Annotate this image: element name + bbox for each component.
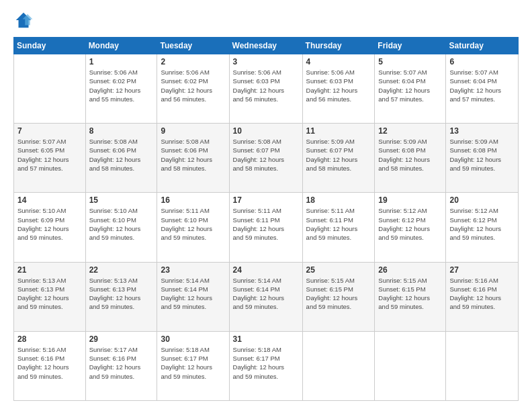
day-number: 18: [306, 195, 371, 205]
day-number: 19: [378, 195, 442, 205]
day-number: 12: [378, 126, 442, 136]
day-info: Sunrise: 5:07 AM Sunset: 6:04 PM Dayligh…: [449, 68, 515, 103]
calendar-cell: 27Sunrise: 5:16 AM Sunset: 6:16 PM Dayli…: [446, 262, 519, 331]
calendar-cell: 25Sunrise: 5:15 AM Sunset: 6:15 PM Dayli…: [302, 262, 375, 331]
day-info: Sunrise: 5:18 AM Sunset: 6:17 PM Dayligh…: [161, 345, 225, 381]
calendar-cell: 18Sunrise: 5:11 AM Sunset: 6:11 PM Dayli…: [302, 193, 375, 262]
calendar-week-row: 28Sunrise: 5:16 AM Sunset: 6:16 PM Dayli…: [14, 331, 519, 400]
day-number: 20: [449, 195, 515, 205]
day-number: 22: [89, 265, 154, 275]
calendar-week-row: 14Sunrise: 5:10 AM Sunset: 6:09 PM Dayli…: [14, 193, 519, 262]
day-info: Sunrise: 5:06 AM Sunset: 6:02 PM Dayligh…: [161, 68, 225, 103]
calendar-cell: 24Sunrise: 5:14 AM Sunset: 6:14 PM Dayli…: [229, 262, 302, 331]
calendar-cell: 20Sunrise: 5:12 AM Sunset: 6:12 PM Dayli…: [446, 193, 519, 262]
calendar-cell: 31Sunrise: 5:18 AM Sunset: 6:17 PM Dayli…: [229, 331, 302, 400]
day-info: Sunrise: 5:11 AM Sunset: 6:10 PM Dayligh…: [161, 206, 225, 242]
day-info: Sunrise: 5:13 AM Sunset: 6:13 PM Dayligh…: [17, 276, 82, 312]
calendar-cell: 28Sunrise: 5:16 AM Sunset: 6:16 PM Dayli…: [14, 331, 86, 400]
day-number: 7: [17, 126, 82, 136]
calendar-cell: 3Sunrise: 5:06 AM Sunset: 6:03 PM Daylig…: [229, 54, 302, 124]
day-number: 14: [17, 195, 82, 205]
calendar-cell: 19Sunrise: 5:12 AM Sunset: 6:12 PM Dayli…: [375, 193, 446, 262]
day-number: 28: [17, 334, 82, 344]
calendar-cell: 22Sunrise: 5:13 AM Sunset: 6:13 PM Dayli…: [85, 262, 157, 331]
calendar-cell: 17Sunrise: 5:11 AM Sunset: 6:11 PM Dayli…: [229, 193, 302, 262]
weekday-header-wednesday: Wednesday: [229, 38, 302, 54]
calendar-cell: 8Sunrise: 5:08 AM Sunset: 6:06 PM Daylig…: [85, 124, 157, 193]
calendar-table: SundayMondayTuesdayWednesdayThursdayFrid…: [13, 37, 519, 401]
day-number: 5: [378, 57, 442, 66]
calendar-cell: 13Sunrise: 5:09 AM Sunset: 6:08 PM Dayli…: [446, 124, 519, 193]
day-info: Sunrise: 5:06 AM Sunset: 6:03 PM Dayligh…: [306, 68, 371, 103]
calendar-week-row: 21Sunrise: 5:13 AM Sunset: 6:13 PM Dayli…: [14, 262, 519, 331]
calendar-cell: 11Sunrise: 5:09 AM Sunset: 6:07 PM Dayli…: [302, 124, 375, 193]
day-number: 24: [233, 265, 299, 275]
day-info: Sunrise: 5:08 AM Sunset: 6:06 PM Dayligh…: [161, 137, 225, 173]
day-info: Sunrise: 5:16 AM Sunset: 6:16 PM Dayligh…: [17, 345, 82, 381]
day-info: Sunrise: 5:14 AM Sunset: 6:14 PM Dayligh…: [161, 276, 225, 312]
day-info: Sunrise: 5:12 AM Sunset: 6:12 PM Dayligh…: [449, 206, 515, 242]
calendar-cell: 1Sunrise: 5:06 AM Sunset: 6:02 PM Daylig…: [85, 54, 157, 124]
day-number: 30: [161, 334, 225, 344]
day-info: Sunrise: 5:15 AM Sunset: 6:15 PM Dayligh…: [306, 276, 371, 312]
weekday-header-sunday: Sunday: [14, 38, 86, 54]
day-info: Sunrise: 5:08 AM Sunset: 6:06 PM Dayligh…: [89, 137, 154, 173]
day-number: 17: [233, 195, 299, 205]
day-number: 10: [233, 126, 299, 136]
calendar-cell: [14, 54, 86, 124]
day-info: Sunrise: 5:07 AM Sunset: 6:05 PM Dayligh…: [17, 137, 82, 173]
day-number: 8: [89, 126, 154, 136]
day-info: Sunrise: 5:18 AM Sunset: 6:17 PM Dayligh…: [233, 345, 299, 381]
day-info: Sunrise: 5:16 AM Sunset: 6:16 PM Dayligh…: [449, 276, 515, 312]
day-info: Sunrise: 5:17 AM Sunset: 6:16 PM Dayligh…: [89, 345, 154, 381]
day-number: 2: [161, 57, 225, 66]
calendar-cell: 12Sunrise: 5:09 AM Sunset: 6:08 PM Dayli…: [375, 124, 446, 193]
weekday-header-monday: Monday: [85, 38, 157, 54]
calendar-cell: 16Sunrise: 5:11 AM Sunset: 6:10 PM Dayli…: [157, 193, 229, 262]
day-info: Sunrise: 5:06 AM Sunset: 6:03 PM Dayligh…: [233, 68, 299, 103]
day-info: Sunrise: 5:10 AM Sunset: 6:10 PM Dayligh…: [89, 206, 154, 242]
day-info: Sunrise: 5:10 AM Sunset: 6:09 PM Dayligh…: [17, 206, 82, 242]
weekday-header-tuesday: Tuesday: [157, 38, 229, 54]
calendar-cell: [302, 331, 375, 400]
calendar-cell: 21Sunrise: 5:13 AM Sunset: 6:13 PM Dayli…: [14, 262, 86, 331]
day-info: Sunrise: 5:15 AM Sunset: 6:15 PM Dayligh…: [378, 276, 442, 312]
calendar-cell: 29Sunrise: 5:17 AM Sunset: 6:16 PM Dayli…: [85, 331, 157, 400]
day-number: 1: [89, 57, 154, 66]
calendar-cell: 15Sunrise: 5:10 AM Sunset: 6:10 PM Dayli…: [85, 193, 157, 262]
header: [13, 10, 519, 30]
logo: [13, 10, 36, 30]
day-number: 3: [233, 57, 299, 66]
weekday-header-row: SundayMondayTuesdayWednesdayThursdayFrid…: [14, 38, 519, 54]
weekday-header-saturday: Saturday: [446, 38, 519, 54]
day-number: 23: [161, 265, 225, 275]
day-info: Sunrise: 5:09 AM Sunset: 6:08 PM Dayligh…: [378, 137, 442, 173]
day-number: 16: [161, 195, 225, 205]
day-number: 4: [306, 57, 371, 66]
day-info: Sunrise: 5:09 AM Sunset: 6:07 PM Dayligh…: [306, 137, 371, 173]
page: SundayMondayTuesdayWednesdayThursdayFrid…: [0, 0, 532, 411]
day-info: Sunrise: 5:13 AM Sunset: 6:13 PM Dayligh…: [89, 276, 154, 312]
weekday-header-thursday: Thursday: [302, 38, 375, 54]
day-number: 26: [378, 265, 442, 275]
day-info: Sunrise: 5:06 AM Sunset: 6:02 PM Dayligh…: [89, 68, 154, 103]
day-number: 25: [306, 265, 371, 275]
logo-icon: [13, 10, 34, 30]
day-number: 9: [161, 126, 225, 136]
day-number: 11: [306, 126, 371, 136]
calendar-cell: 30Sunrise: 5:18 AM Sunset: 6:17 PM Dayli…: [157, 331, 229, 400]
calendar-cell: 9Sunrise: 5:08 AM Sunset: 6:06 PM Daylig…: [157, 124, 229, 193]
calendar-cell: 14Sunrise: 5:10 AM Sunset: 6:09 PM Dayli…: [14, 193, 86, 262]
day-info: Sunrise: 5:07 AM Sunset: 6:04 PM Dayligh…: [378, 68, 442, 103]
calendar-cell: 26Sunrise: 5:15 AM Sunset: 6:15 PM Dayli…: [375, 262, 446, 331]
day-info: Sunrise: 5:11 AM Sunset: 6:11 PM Dayligh…: [306, 206, 371, 242]
calendar-cell: 4Sunrise: 5:06 AM Sunset: 6:03 PM Daylig…: [302, 54, 375, 124]
day-number: 21: [17, 265, 82, 275]
calendar-cell: 10Sunrise: 5:08 AM Sunset: 6:07 PM Dayli…: [229, 124, 302, 193]
day-info: Sunrise: 5:08 AM Sunset: 6:07 PM Dayligh…: [233, 137, 299, 173]
calendar-cell: [375, 331, 446, 400]
calendar-cell: [446, 331, 519, 400]
calendar-week-row: 1Sunrise: 5:06 AM Sunset: 6:02 PM Daylig…: [14, 54, 519, 124]
calendar-cell: 7Sunrise: 5:07 AM Sunset: 6:05 PM Daylig…: [14, 124, 86, 193]
calendar-cell: 23Sunrise: 5:14 AM Sunset: 6:14 PM Dayli…: [157, 262, 229, 331]
